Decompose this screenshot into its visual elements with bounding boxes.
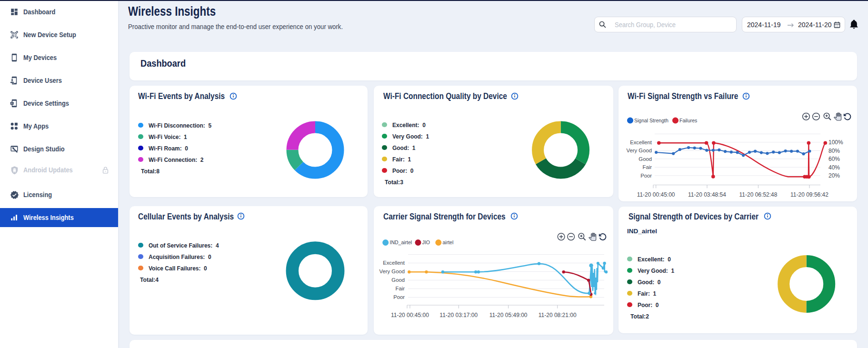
svg-text:Excellent: Excellent — [630, 139, 652, 145]
svg-text:11-20 03:17:00: 11-20 03:17:00 — [439, 312, 478, 318]
svg-text:Good: Good — [391, 277, 405, 283]
svg-text:11-20 03:48:54: 11-20 03:48:54 — [688, 191, 726, 198]
svg-text:60%: 60% — [828, 156, 840, 162]
svg-text:40%: 40% — [828, 164, 840, 171]
svg-text:11-20 08:21:00: 11-20 08:21:00 — [539, 312, 577, 318]
svg-text:100%: 100% — [828, 139, 843, 146]
svg-text:Signal Strength: Signal Strength — [634, 118, 668, 123]
svg-text:Poor: Poor — [393, 294, 405, 300]
svg-text:airtel: airtel — [443, 239, 454, 245]
svg-text:80%: 80% — [828, 148, 840, 154]
svg-text:11-20 00:45:00: 11-20 00:45:00 — [637, 191, 675, 198]
svg-text:Very Good: Very Good — [379, 268, 405, 274]
svg-text:11-20 05:49:00: 11-20 05:49:00 — [489, 312, 528, 318]
svg-text:11-20 00:45:00: 11-20 00:45:00 — [391, 312, 429, 318]
svg-text:JIO: JIO — [422, 239, 430, 245]
svg-text:Failures: Failures — [679, 118, 697, 123]
svg-text:11-20 09:56:42: 11-20 09:56:42 — [790, 191, 828, 198]
svg-text:Fair: Fair — [396, 286, 405, 291]
svg-text:Excellent: Excellent — [383, 260, 405, 266]
svg-text:IND_airtel: IND_airtel — [390, 239, 412, 245]
svg-text:11-20 06:52:48: 11-20 06:52:48 — [739, 191, 778, 198]
svg-text:Poor: Poor — [640, 173, 652, 179]
svg-text:20%: 20% — [828, 172, 840, 179]
svg-text:Very Good: Very Good — [627, 148, 652, 153]
svg-text:Fair: Fair — [643, 164, 652, 170]
svg-text:Good: Good — [639, 156, 652, 162]
